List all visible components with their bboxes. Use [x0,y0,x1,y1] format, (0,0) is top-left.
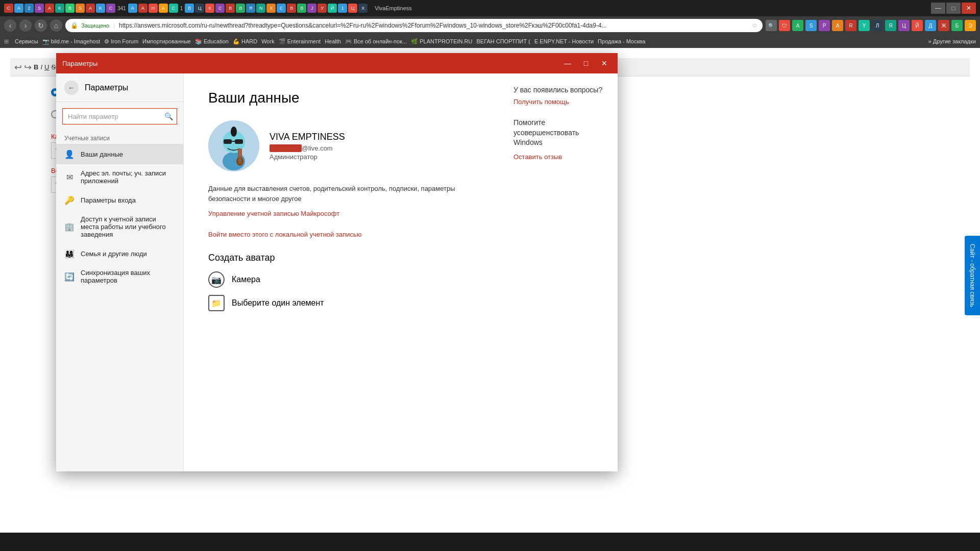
tab-favicon-4[interactable]: S [35,4,44,13]
ext-icon-6[interactable]: A [832,20,843,31]
bookmark-sale[interactable]: Продажа - Москва [598,38,645,44]
ext-icon-10[interactable]: Я [885,20,896,31]
tab-favicon-27[interactable]: B [287,4,296,13]
bookmark-work[interactable]: Work [261,38,274,44]
camera-option[interactable]: 📷 Камера [208,271,481,288]
bookmark-hard[interactable]: 💪 HARD [233,38,257,45]
forward-button[interactable]: › [19,19,32,32]
tab-favicon-1[interactable]: C [4,4,13,13]
bookmark-health[interactable]: Health [325,38,341,44]
sidebar-item-family[interactable]: 👨‍👩‍👧 Семья и другие люди [56,243,183,264]
bookmark-others[interactable]: » Другие закладки [928,38,976,44]
bookmark-vegan[interactable]: ВЕГАН СПОРТПИТ ( [477,38,530,44]
tab-favicon-23[interactable]: Я [246,4,255,13]
ext-icon-9[interactable]: Л [872,20,883,31]
tab-favicon-3[interactable]: 2 [24,4,34,13]
tab-favicon-24[interactable]: N [256,4,265,13]
undo-btn[interactable]: ↩ [14,62,22,73]
bookmark-plantprotein[interactable]: 🌿 PLANTPROTEIN.RU [411,38,472,45]
ext-icon-12[interactable]: Й [912,20,923,31]
ext-icon-13[interactable]: Д [925,20,936,31]
ext-icon-5[interactable]: P [819,20,830,31]
ext-icon-7[interactable]: R [845,20,856,31]
italic-btn[interactable]: I [40,63,42,71]
get-help-link[interactable]: Получить помощь [513,98,609,106]
tab-favicon-8[interactable]: S [76,4,85,13]
tab-favicon-22[interactable]: B [236,4,245,13]
tab-favicon-9[interactable]: A [86,4,95,13]
window-minimize[interactable]: — [931,3,945,14]
tab-favicon-6[interactable]: K [55,4,64,13]
address-bar[interactable]: 🔒 Защищено | https://answers.microsoft.c… [65,19,763,32]
tab-favicon-26[interactable]: C [277,4,286,13]
apps-icon[interactable]: ⊞ [4,38,9,45]
ext-icon-3[interactable]: A [792,20,803,31]
bookmark-entertainment[interactable]: 🎬 Enterainment [279,38,321,45]
feedback-button[interactable]: Сайт - обратная связь [965,236,980,315]
bookmark-ironforum[interactable]: ⚙ Iron Forum [104,38,138,45]
ext-icon-8[interactable]: Y [859,20,870,31]
home-button[interactable]: ⌂ [50,19,62,32]
bookmark-imported[interactable]: Импортированные [142,38,191,44]
tab-favicon-13[interactable]: A [138,4,148,13]
ext-icon-11[interactable]: Ц [898,20,910,31]
sidebar-item-login[interactable]: 🔑 Параметры входа [56,190,183,210]
tab-favicon-17[interactable]: B [185,4,194,13]
tab-favicon-30[interactable]: У [317,4,327,13]
tab-favicon-10[interactable]: K [96,4,105,13]
tab-favicon-12[interactable]: A [128,4,137,13]
sidebar-item-email[interactable]: ✉ Адрес эл. почты; уч. записи приложений [56,164,183,190]
tab-favicon-19[interactable]: K [205,4,214,13]
tab-favicon-18[interactable]: Ц [195,4,204,13]
sidebar-item-my-data[interactable]: 👤 Ваши данные [56,144,183,164]
tab-favicon-32[interactable]: 1 [338,4,347,13]
tab-favicon-31[interactable]: Й [328,4,337,13]
tab-favicon-14[interactable]: H [149,4,158,13]
tab-favicon-20[interactable]: C [215,4,225,13]
switch-local-link[interactable]: Войти вместо этого с локальной учетной з… [208,231,481,238]
bookmark-online[interactable]: 🎮 Все об онлайн-пок... [345,38,407,45]
window-close[interactable]: ✕ [962,3,976,14]
bookmark-services[interactable]: Сервисы [15,38,38,44]
bookmark-education[interactable]: 📚 Education [195,38,229,45]
tab-favicon-15[interactable]: A [159,4,168,13]
tab-favicon-11[interactable]: C [106,4,115,13]
back-button[interactable]: ‹ [4,19,16,32]
ext-icon-2[interactable]: 🛡 [779,20,790,31]
ext-icon-15[interactable]: Б [951,20,963,31]
browser-top-bar: C A 2 S A K B S A K C 341 A A H A C 1 B … [0,0,980,16]
bookmark-enpy[interactable]: E ENPY.NET - Новости [534,38,594,44]
redo-btn[interactable]: ↪ [24,62,32,73]
refresh-button[interactable]: ↻ [35,19,47,32]
strike-btn[interactable]: S [51,63,56,71]
leave-feedback-link[interactable]: Оставить отзыв [513,153,562,161]
tab-favicon-7[interactable]: B [65,4,75,13]
sidebar-item-work[interactable]: 🏢 Доступ к учетной записи места работы и… [56,210,183,243]
settings-maximize-btn[interactable]: □ [579,56,593,70]
sidebar-item-sync[interactable]: 🔄 Синхронизация ваших параметров [56,264,183,289]
tab-favicon-34[interactable]: X [358,4,368,13]
tab-favicon-5[interactable]: A [45,4,54,13]
ext-icon-1[interactable]: 🔍 [766,20,777,31]
bookmark-bildme[interactable]: 📷 bild.me - Imagehost [42,38,101,45]
browse-option[interactable]: 📁 Выберите один элемент [208,295,481,311]
tab-favicon-25[interactable]: X [266,4,276,13]
settings-minimize-btn[interactable]: — [560,56,575,70]
settings-search-input[interactable] [62,108,177,124]
tab-favicon-21[interactable]: B [226,4,235,13]
ext-icon-4[interactable]: S [805,20,817,31]
manage-account-link[interactable]: Управление учетной записью Майкрософт [208,210,481,217]
tab-favicon-28[interactable]: B [297,4,306,13]
bold-btn[interactable]: B [34,63,38,71]
star-icon[interactable]: ☆ [752,22,757,29]
ext-icon-16[interactable]: Э [965,20,976,31]
tab-favicon-16[interactable]: C [169,4,178,13]
tab-favicon-2[interactable]: A [14,4,23,13]
ext-icon-14[interactable]: Ж [938,20,949,31]
window-maximize[interactable]: □ [946,3,961,14]
underline-btn[interactable]: U [44,63,49,71]
settings-close-btn[interactable]: ✕ [597,56,611,70]
tab-favicon-29[interactable]: J [307,4,316,13]
sidebar-back-btn[interactable]: ← [64,81,79,95]
tab-favicon-33[interactable]: Ц [348,4,357,13]
